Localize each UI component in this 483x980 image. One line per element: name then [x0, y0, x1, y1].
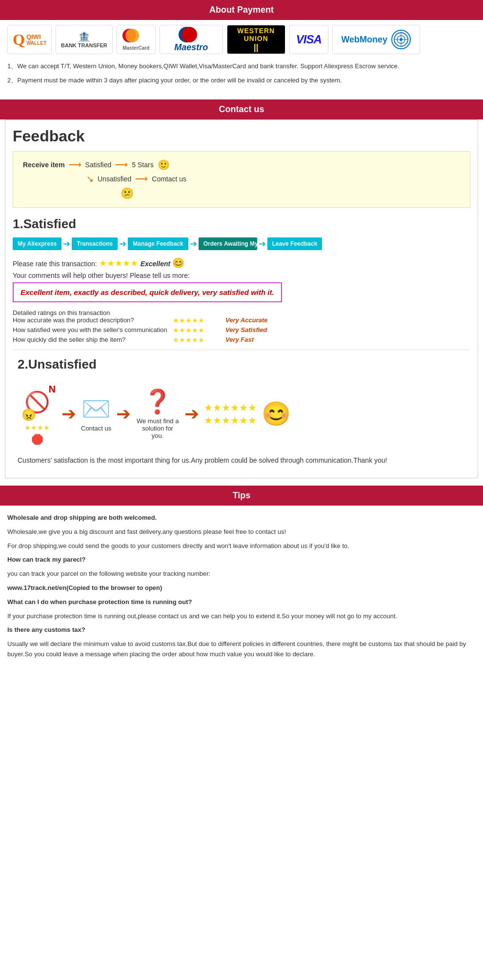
satisfied-title: 1.Satisfied: [13, 216, 470, 232]
unsatisfied-label: Unsatisfied: [98, 175, 131, 183]
tips-track-url: www.17track.net/en(Copied to the browser…: [7, 583, 476, 593]
rate-transaction-line: Please rate this transaction: ★★★★★ Exce…: [13, 257, 470, 269]
tips-customs-text: Usually we will declare the minimum valu…: [7, 639, 476, 660]
step-arrow-4: ➔: [259, 238, 266, 249]
payment-text-1: 1、We can accept T/T, Western Union, Mone…: [7, 61, 476, 86]
feedback-box: Feedback Receive item ⟶ Satisfied ⟶ 5 St…: [5, 119, 478, 478]
five-stars-label: 5 Stars: [132, 161, 153, 169]
tips-track-title: How can track my parecl?: [7, 555, 476, 565]
payment-section: Q QIWI WALLET 🏦 BANK TRANSFER: [0, 20, 483, 95]
maestro-logo: Maestro: [160, 25, 223, 54]
unsatisfied-arrow-2: ➔: [116, 404, 131, 424]
rating-2-stars: ★★★★★: [173, 326, 221, 334]
step-manage-feedback[interactable]: Manage Feedback: [128, 237, 188, 250]
contact-us-group: ✉️ Contact us: [81, 395, 111, 432]
tips-wholesale-title: Wholesale and drop shipping are both wel…: [7, 513, 476, 523]
star-rating-display: ★★★★★: [99, 258, 141, 268]
tips-protection-text: If your purchase protection time is runn…: [7, 611, 476, 622]
rating-row-1: How accurate was the product description…: [13, 316, 470, 324]
feedback-flow-box: Receive item ⟶ Satisfied ⟶ 5 Stars 🙂 ↘ U…: [13, 151, 470, 208]
tips-protection-title: What can I do when purchase protection t…: [7, 597, 476, 608]
rating-2-value: Very Satisfied: [225, 326, 267, 333]
happy-emoji: 🙂: [158, 159, 170, 171]
ratings-table: Detailed ratings on this transaction How…: [13, 309, 470, 344]
rating-3-label: How quickly did the seller ship the item…: [13, 336, 169, 343]
tips-track-text: you can track your parcel on the followi…: [7, 569, 476, 579]
ratings-header: Detailed ratings on this transaction: [13, 309, 470, 316]
steps-row: My Aliexpress ➔ Transactions ➔ Manage Fe…: [13, 237, 470, 250]
contact-us-flow-label: Comtact us: [152, 175, 186, 183]
contact-header-wrapper: Contact us: [0, 99, 483, 119]
satisfaction-conclusion: Customers' satisfaction is the most impo…: [18, 450, 465, 470]
bad-rating-group: 🚫 N 😠 ★★★★ 🛑: [18, 383, 57, 445]
rating-row-2: How satisfied were you with the seller's…: [13, 326, 470, 334]
webmoney-logo: WebMoney: [332, 25, 420, 54]
satisfied-label: Satisfied: [85, 161, 112, 169]
tips-section: Wholesale and drop shipping are both wel…: [0, 506, 483, 671]
qiwi-logo: Q QIWI WALLET: [7, 25, 52, 54]
happy-face-icon: 😊: [172, 257, 184, 268]
result-group: ★★★★★★ ★★★★★★: [204, 402, 257, 426]
tips-wholesale-text2: For drop shipping,we could send the good…: [7, 541, 476, 551]
tips-wholesale-text1: Wholesale,we give you a big discount and…: [7, 527, 476, 537]
flow-arrow-1: ⟶: [69, 159, 81, 170]
feedback-sample-text: Excellent item, exactly as described, qu…: [13, 282, 282, 302]
rating-1-stars: ★★★★★: [173, 316, 221, 324]
happy-result-emoji: 😊: [262, 400, 291, 428]
rating-3-stars: ★★★★★: [173, 336, 221, 344]
flow-arrow-2: ⟶: [115, 159, 128, 170]
bank-transfer-logo: 🏦 BANK TRANSFER: [56, 25, 113, 54]
unsatisfied-flow: 🚫 N 😠 ★★★★ 🛑 ➔ ✉️ Contact us ➔ ❓ We must…: [18, 378, 465, 450]
solution-group: ❓ We must find a solution for you.: [136, 388, 180, 439]
tips-customs-title: Is there any customs tax?: [7, 625, 476, 635]
step-leave-feedback[interactable]: Leave Feedback: [267, 237, 322, 250]
western-union-logo: WESTERN UNION ||: [227, 25, 285, 54]
contact-us-label: Contact us: [81, 425, 111, 432]
excellent-label: Excellent: [141, 260, 170, 268]
flow-arrow-3: ↘: [86, 174, 94, 184]
tips-header: Tips: [0, 486, 483, 506]
feedback-title: Feedback: [13, 127, 470, 145]
rating-1-label: How accurate was the product description…: [13, 316, 169, 324]
receive-item-label: Receive item: [23, 161, 65, 169]
step-arrow-2: ➔: [119, 238, 126, 249]
flow-arrow-4: ⟶: [135, 174, 148, 184]
step-arrow-3: ➔: [190, 238, 197, 249]
rating-2-label: How satisfied were you with the seller's…: [13, 326, 169, 333]
step-my-aliexpress[interactable]: My Aliexpress: [13, 237, 61, 250]
rating-1-value: Very Accurate: [225, 316, 267, 324]
payment-header: About Payment: [0, 0, 483, 20]
unsatisfied-section: 2.Unsatisfied 🚫 N 😠 ★★★★ 🛑 ➔ ✉️ Contact …: [13, 357, 470, 470]
comment-prompt: Your comments will help other buyers! Pl…: [13, 272, 470, 279]
step-orders-awaiting[interactable]: Orders Awaiting My Feedback: [199, 237, 257, 250]
unsatisfied-arrow-3: ➔: [184, 404, 199, 424]
contact-header: Contact us: [0, 99, 483, 119]
rating-3-value: Very Fast: [225, 336, 254, 343]
solution-label: We must find a solution for you.: [136, 417, 180, 439]
step-arrow-1: ➔: [63, 238, 70, 249]
unsatisfied-arrow-1: ➔: [61, 404, 76, 424]
payment-logos: Q QIWI WALLET 🏦 BANK TRANSFER: [7, 25, 476, 54]
mastercard-logo: MasterCard: [117, 25, 156, 54]
unsatisfied-title: 2.Unsatisfied: [18, 357, 465, 372]
step-transactions[interactable]: Transactions: [72, 237, 118, 250]
rating-row-3: How quickly did the seller ship the item…: [13, 336, 470, 344]
visa-logo: VISA: [289, 25, 328, 54]
sad-emoji: 😕: [121, 187, 134, 199]
